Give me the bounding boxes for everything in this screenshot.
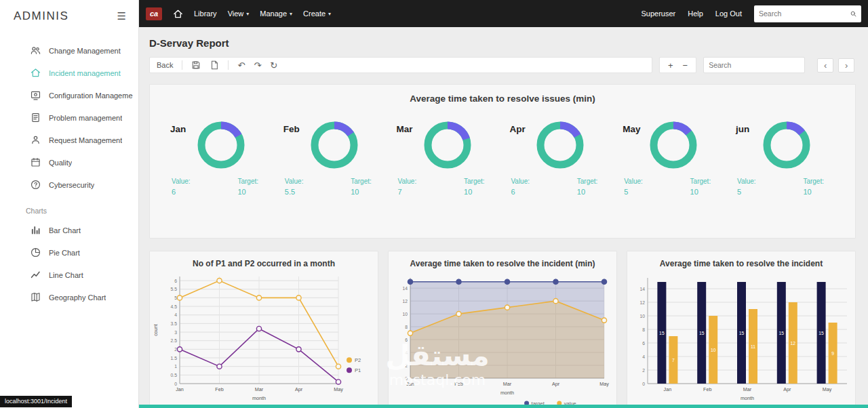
nav-item-create[interactable]: Create▾	[303, 9, 331, 18]
svg-text:15: 15	[739, 331, 745, 335]
users-icon	[30, 45, 41, 56]
sidebar-item-line-chart[interactable]: Line Chart	[0, 264, 138, 286]
nav-item-superuser[interactable]: Superuser	[641, 9, 675, 18]
svg-text:6: 6	[642, 341, 645, 346]
sidebar: ADMINIS ☰ Change Management Incident man…	[0, 0, 139, 408]
nav-item-help[interactable]: Help	[688, 9, 703, 18]
search-icon[interactable]	[850, 9, 856, 18]
value-label: Value:	[398, 178, 417, 185]
main-content: D-Servay Report Back ↶ ↷ ↻ + −	[139, 27, 868, 408]
report-toolbar: Back ↶ ↷ ↻ + − ‹	[149, 57, 856, 73]
export-file-icon[interactable]	[210, 60, 219, 70]
donut-month-label: Apr	[509, 124, 525, 134]
svg-text:1: 1	[174, 364, 177, 369]
navbar-search	[754, 5, 861, 22]
svg-text:12: 12	[639, 300, 645, 305]
sidebar-item-configuration-management[interactable]: Configuration Manageme	[0, 84, 138, 106]
donut-jan: Jan Value:6 Target:10	[169, 119, 271, 196]
sidebar-item-label: Cybersecurity	[49, 181, 94, 189]
svg-text:May: May	[823, 386, 832, 392]
prev-page-button[interactable]: ‹	[817, 58, 833, 73]
svg-text:14: 14	[639, 287, 645, 291]
svg-text:1.5: 1.5	[171, 356, 178, 361]
sidebar-item-geography-chart[interactable]: Geography Chart	[0, 286, 138, 308]
donut-month-label: Jan	[170, 124, 186, 134]
svg-text:4: 4	[642, 354, 645, 359]
sidebar-item-cybersecurity[interactable]: Cybersecurity	[0, 174, 138, 196]
horizontal-scrollbar[interactable]	[139, 405, 868, 408]
hamburger-menu-icon[interactable]: ☰	[117, 10, 126, 22]
resolve-time-bar-chart: 02468101214JanFebMarAprMaymonth151515151…	[629, 270, 854, 408]
svg-text:5: 5	[174, 295, 177, 300]
svg-text:0: 0	[174, 382, 177, 386]
target-number: 10	[237, 188, 258, 196]
sidebar-item-quality[interactable]: Quality	[0, 151, 138, 174]
sidebar-item-request-management[interactable]: Request Management	[0, 129, 138, 151]
report-toolbar-main: Back ↶ ↷ ↻	[149, 57, 652, 73]
svg-text:4.5: 4.5	[171, 304, 178, 309]
svg-text:8: 8	[642, 327, 645, 332]
svg-text:10: 10	[402, 312, 408, 317]
undo-icon[interactable]: ↶	[237, 60, 245, 70]
p1-p2-line-chart: 00.511.522.533.544.555.56JanFebMarAprMay…	[151, 270, 376, 408]
next-page-button[interactable]: ›	[838, 58, 854, 73]
svg-text:12: 12	[402, 299, 408, 304]
app-window: ADMINIS ☰ Change Management Incident man…	[0, 0, 868, 408]
nav-item-view[interactable]: View▾	[228, 9, 250, 18]
svg-text:Apr: Apr	[552, 381, 560, 387]
zoom-controls: + −	[659, 57, 696, 73]
svg-text:2: 2	[405, 363, 408, 368]
resolve-time-area-chart: 02468101214JanFebMarAprMaymonthtargetval…	[390, 270, 615, 408]
back-button[interactable]: Back	[157, 61, 173, 69]
navbar-search-input[interactable]	[759, 9, 850, 18]
save-icon[interactable]	[191, 60, 201, 70]
svg-text:14: 14	[402, 286, 408, 291]
donut-month-label: Feb	[283, 124, 300, 134]
report-search-input[interactable]	[709, 61, 800, 69]
svg-text:15: 15	[779, 331, 785, 335]
nav-item-logout[interactable]: Log Out	[715, 9, 742, 18]
sidebar-item-pie-chart[interactable]: Pie Chart	[0, 241, 138, 264]
sidebar-item-label: Geography Chart	[49, 293, 106, 302]
target-number: 10	[464, 188, 485, 196]
target-label: Target:	[690, 178, 711, 185]
svg-text:2: 2	[174, 347, 177, 352]
redo-icon[interactable]: ↷	[254, 60, 261, 70]
sidebar-item-bar-chart[interactable]: Bar Chart	[0, 219, 138, 241]
svg-text:Feb: Feb	[215, 386, 223, 392]
sidebar-item-incident-management[interactable]: Incident management	[0, 62, 138, 84]
zoom-out-button[interactable]: −	[683, 60, 688, 70]
toolbar-divider	[182, 60, 182, 70]
charts-section-label: Charts	[0, 196, 138, 219]
svg-text:2: 2	[642, 368, 645, 373]
nav-item-manage[interactable]: Manage▾	[260, 9, 292, 18]
donut-month-label: Mar	[397, 124, 413, 134]
ca-logo[interactable]: ca	[146, 7, 162, 20]
resolve-time-area-chart-card: Average time taken to resolve the incide…	[388, 251, 617, 408]
sidebar-item-problem-management[interactable]: Problem management	[0, 106, 138, 129]
sidebar-item-label: Request Management	[49, 136, 122, 144]
sidebar-item-change-management[interactable]: Change Management	[0, 39, 138, 62]
nav-item-library[interactable]: Library	[194, 9, 217, 18]
zoom-in-button[interactable]: +	[668, 60, 673, 70]
svg-text:P2: P2	[355, 357, 361, 363]
app-title: ADMINIS	[14, 9, 68, 23]
value-label: Value:	[511, 178, 530, 185]
sidebar-item-label: Change Management	[49, 47, 121, 55]
svg-text:Mar: Mar	[255, 386, 264, 392]
svg-text:May: May	[599, 381, 609, 387]
svg-text:0.5: 0.5	[171, 373, 178, 378]
donut-month-label: jun	[736, 124, 749, 134]
person-icon	[30, 134, 41, 146]
home-button[interactable]	[173, 9, 183, 19]
donut-chart	[308, 119, 361, 171]
donut-feb: Feb Value:5.5 Target:10	[282, 119, 384, 196]
sidebar-item-label: Bar Chart	[49, 226, 81, 234]
refresh-icon[interactable]: ↻	[270, 60, 277, 70]
donut-chart	[421, 119, 474, 171]
svg-text:Feb: Feb	[703, 386, 711, 392]
target-label: Target:	[803, 178, 824, 185]
svg-text:Mar: Mar	[743, 386, 752, 392]
svg-text:4: 4	[405, 350, 408, 355]
pie-chart-icon	[30, 247, 41, 258]
